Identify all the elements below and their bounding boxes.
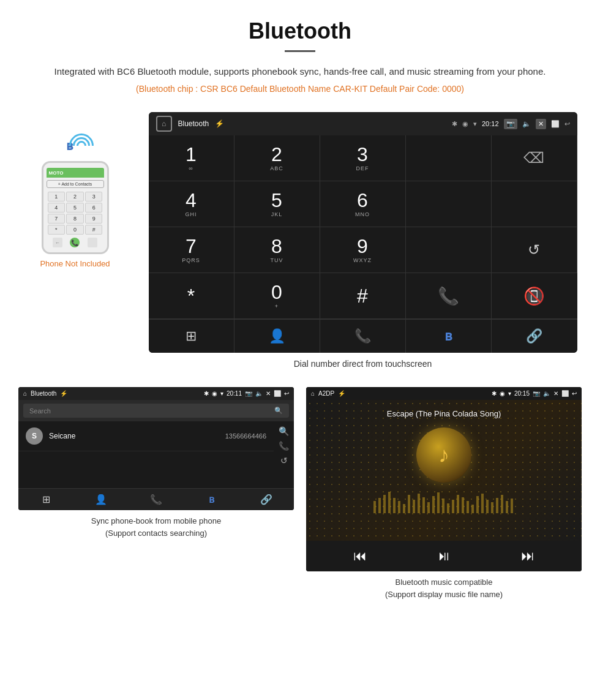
bottom-bluetooth-icon[interactable]: ʙ [406,320,492,353]
dial-key-hash[interactable]: # [320,273,406,319]
back-arrow-icon[interactable]: ↩ [564,120,570,128]
pb-contact-row[interactable]: S Seicane 13566664466 [18,421,274,451]
music-status-bar: ⌂ A2DP ⚡ ✱ ◉ ▾ 20:15 📷 🔈 ✕ ⬜ ↩ [306,387,582,400]
window-icon[interactable]: ⬜ [551,120,560,128]
bottom-grid-icon[interactable]: ⊞ [149,320,234,353]
phone-key-0: 0 [66,225,84,235]
dial-empty-4 [406,227,492,273]
music-sig-icon: ▾ [508,390,511,397]
pb-bottom-bt[interactable]: ʙ [184,494,239,505]
pb-loc-icon: ◉ [212,390,217,397]
svg-rect-9 [418,494,420,513]
music-next-icon[interactable]: ⏭ [521,548,534,564]
pb-bottom-call[interactable]: 📞 [129,494,184,505]
music-close-icon: ✕ [553,390,558,397]
status-right: ✱ ◉ ▾ 20:12 📷 🔈 ✕ ⬜ ↩ [452,119,570,129]
svg-rect-16 [452,500,454,513]
pb-win-icon: ⬜ [274,390,281,397]
close-icon[interactable]: ✕ [536,119,546,129]
page-title: Bluetooth [37,18,563,44]
music-caption: Bluetooth music compatible(Support displ… [385,576,503,600]
dial-key-2[interactable]: 2 ABC [234,135,320,181]
phone-key-3: 3 [85,192,103,201]
phone-key-1: 1 [48,192,66,201]
dial-key-7[interactable]: 7 PQRS [149,227,234,273]
pb-contact-area: S Seicane 13566664466 🔍 📞 ↺ [18,421,294,488]
phone-contacts-label: + Add to Contacts [47,180,104,188]
dialpad-bottom-bar: ⊞ 👤 📞 ʙ 🔗 [149,319,577,353]
music-main-area: Escape (The Pina Colada Song) ♪ [306,400,582,541]
music-album-art: ♪ [416,427,471,483]
phone-illustration: ʙ MOTO + Add to Contacts 1 2 3 4 5 6 [18,112,132,268]
dial-key-1[interactable]: 1 ∞ [149,135,234,181]
dial-empty-1 [406,135,492,181]
dial-refresh[interactable]: ↺ [492,227,577,273]
camera-icon[interactable]: 📷 [504,119,517,129]
music-play-pause-icon[interactable]: ⏯ [437,548,451,564]
dial-key-star[interactable]: * [149,273,234,319]
svg-rect-10 [422,497,425,513]
phone-key-7: 7 [48,214,66,224]
phone-app-label: MOTO [49,170,64,176]
pb-right-search-icon: 🔍 [279,426,289,436]
dial-key-3[interactable]: 3 DEF [320,135,406,181]
svg-rect-19 [467,501,469,513]
music-cam-icon: 📷 [533,390,540,397]
bottom-contacts-icon[interactable]: 👤 [234,320,320,353]
wifi-icon-area: ʙ [66,134,97,158]
pb-search-placeholder: Search [29,407,51,415]
dial-call-green[interactable]: 📞 [406,273,492,319]
dial-backspace[interactable]: ⌫ [492,135,577,181]
time-display: 20:12 [482,120,499,127]
music-time: 20:15 [514,390,530,397]
dial-call-red[interactable]: 📵 [492,273,577,319]
phone-bottom-row: ← 📞 [47,236,104,247]
phone-call-button: 📞 [70,238,80,247]
pb-back-icon: ↩ [284,390,289,397]
svg-rect-17 [457,495,459,513]
dial-key-5[interactable]: 5 JKL [234,181,320,227]
phone-dialpad: 1 2 3 4 5 6 7 8 9 * 0 # [47,190,104,236]
music-vol-icon: 🔈 [543,390,550,397]
pb-bottom-contacts[interactable]: 👤 [73,494,129,505]
pb-bottom-grid[interactable]: ⊞ [18,494,73,505]
pb-contact-name: Seicane [49,432,219,440]
phone-mockup: MOTO + Add to Contacts 1 2 3 4 5 6 7 8 9… [42,161,109,254]
pb-bottom-link[interactable]: 🔗 [239,494,294,505]
header-section: Bluetooth Integrated with BC6 Bluetooth … [0,0,600,106]
svg-rect-15 [447,503,449,513]
dial-key-9[interactable]: 9 WXYZ [320,227,406,273]
svg-rect-14 [442,499,444,513]
home-icon[interactable]: ⌂ [156,116,172,132]
phone-menu-btn [88,238,97,247]
phonebook-block: ⌂ Bluetooth ⚡ ✱ ◉ ▾ 20:11 📷 🔈 ✕ ⬜ ↩ [18,387,294,600]
phone-key-8: 8 [66,214,84,224]
status-left: ⌂ Bluetooth ⚡ [156,116,225,132]
pb-close-icon: ✕ [266,390,271,397]
music-label: A2DP [318,390,334,397]
pb-search-input[interactable]: Search 🔍 [23,404,289,418]
music-loc-icon: ◉ [500,390,505,397]
dial-key-6[interactable]: 6 MNO [320,181,406,227]
svg-rect-26 [501,495,503,513]
svg-rect-22 [481,494,484,513]
pb-avatar: S [26,427,43,445]
bottom-call-icon[interactable]: 📞 [320,320,406,353]
dial-key-4[interactable]: 4 GHI [149,181,234,227]
location-icon: ◉ [462,120,468,128]
music-bt-icon: ✱ [492,390,497,397]
music-home-icon: ⌂ [311,390,315,397]
music-equalizer [367,489,520,513]
music-screenshot: ⌂ A2DP ⚡ ✱ ◉ ▾ 20:15 📷 🔈 ✕ ⬜ ↩ [306,387,582,571]
svg-rect-1 [378,498,381,513]
phone-key-hash: # [85,225,103,235]
bluetooth-status-icon: ✱ [452,120,457,128]
bottom-link-icon[interactable]: 🔗 [492,320,577,353]
dial-key-0[interactable]: 0 + [234,273,320,319]
volume-icon[interactable]: 🔈 [522,120,531,128]
music-prev-icon[interactable]: ⏮ [353,548,367,564]
status-label: Bluetooth [178,119,209,128]
dial-key-8[interactable]: 8 TUV [234,227,320,273]
call-green-icon: 📞 [438,286,459,306]
phonebook-screenshot: ⌂ Bluetooth ⚡ ✱ ◉ ▾ 20:11 📷 🔈 ✕ ⬜ ↩ [18,387,294,510]
